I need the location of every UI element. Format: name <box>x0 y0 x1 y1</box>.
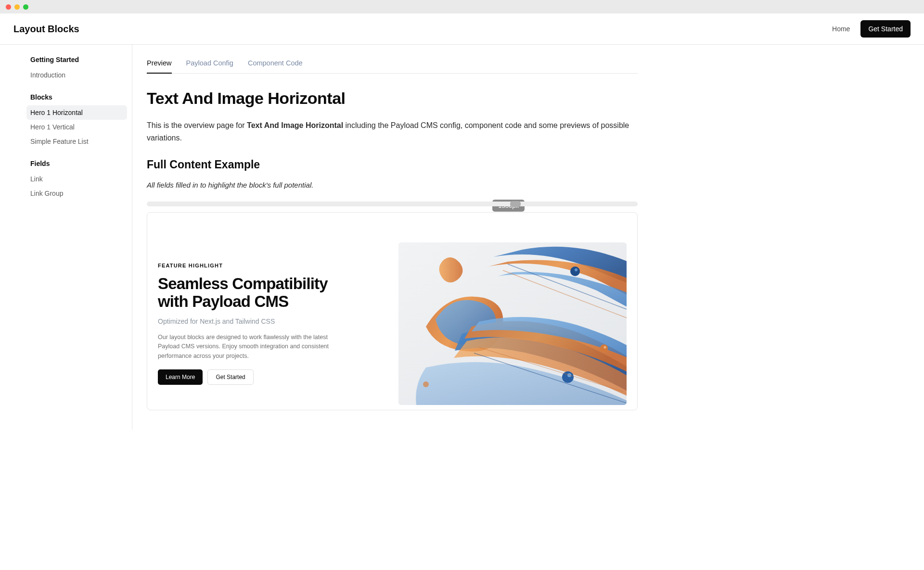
sidebar-item-simple-feature-list[interactable]: Simple Feature List <box>26 134 127 149</box>
hero-eyebrow: FEATURE HIGHLIGHT <box>158 263 350 268</box>
svg-point-4 <box>604 346 606 349</box>
sidebar-item-introduction[interactable]: Introduction <box>26 68 127 82</box>
preview-frame: FEATURE HIGHLIGHT Seamless Compatibility… <box>147 212 638 410</box>
hero-subtitle: Optimized for Next.js and Tailwind CSS <box>158 317 350 325</box>
minimize-window-icon[interactable] <box>14 4 20 10</box>
intro-bold: Text And Image Horizontal <box>247 121 343 129</box>
section-subtitle: All fields filled in to highlight the bl… <box>147 181 638 189</box>
svg-point-7 <box>423 381 429 387</box>
hero-body: Our layout blocks are designed to work f… <box>158 333 350 361</box>
width-slider-thumb[interactable] <box>510 201 521 207</box>
width-indicator: 1536px <box>147 202 638 206</box>
hero-image <box>398 242 627 405</box>
get-started-button[interactable]: Get Started <box>860 20 911 38</box>
brand-logo[interactable]: Layout Blocks <box>13 24 79 35</box>
svg-point-3 <box>600 344 608 352</box>
page-title: Text And Image Horizontal <box>147 89 638 108</box>
sidebar-item-hero-1-horizontal[interactable]: Hero 1 Horizontal <box>26 105 127 120</box>
section-heading: Full Content Example <box>147 158 638 171</box>
sidebar-item-hero-1-vertical[interactable]: Hero 1 Vertical <box>26 120 127 134</box>
sidebar-heading-blocks: Blocks <box>26 91 127 103</box>
sidebar-item-link[interactable]: Link <box>26 172 127 186</box>
hero-block: FEATURE HIGHLIGHT Seamless Compatibility… <box>158 242 627 405</box>
hero-buttons: Learn More Get Started <box>158 369 350 385</box>
hero-get-started-button[interactable]: Get Started <box>207 369 253 385</box>
tab-payload-config[interactable]: Payload Config <box>186 54 233 74</box>
svg-point-1 <box>570 266 580 276</box>
intro-pre: This is the overview page for <box>147 121 247 129</box>
hero-text-column: FEATURE HIGHLIGHT Seamless Compatibility… <box>158 263 350 385</box>
window-titlebar <box>0 0 924 13</box>
top-header: Layout Blocks Home Get Started <box>0 13 924 45</box>
hero-learn-more-button[interactable]: Learn More <box>158 369 203 385</box>
nav-home-link[interactable]: Home <box>832 25 850 33</box>
tab-preview[interactable]: Preview <box>147 54 172 74</box>
intro-text: This is the overview page for Text And I… <box>147 119 638 144</box>
width-slider-track[interactable] <box>147 202 638 206</box>
sidebar-heading-fields: Fields <box>26 157 127 170</box>
sidebar: Getting Started Introduction Blocks Hero… <box>22 45 132 430</box>
tab-bar: Preview Payload Config Component Code <box>147 54 638 74</box>
sidebar-item-link-group[interactable]: Link Group <box>26 186 127 201</box>
close-window-icon[interactable] <box>6 4 11 10</box>
sidebar-heading-getting-started: Getting Started <box>26 53 127 66</box>
top-nav: Home Get Started <box>832 20 911 38</box>
maximize-window-icon[interactable] <box>23 4 28 10</box>
hero-title: Seamless Compatibility with Payload CMS <box>158 275 350 311</box>
svg-point-2 <box>575 268 578 271</box>
main-content: Preview Payload Config Component Code Te… <box>132 45 662 430</box>
tab-component-code[interactable]: Component Code <box>248 54 303 74</box>
